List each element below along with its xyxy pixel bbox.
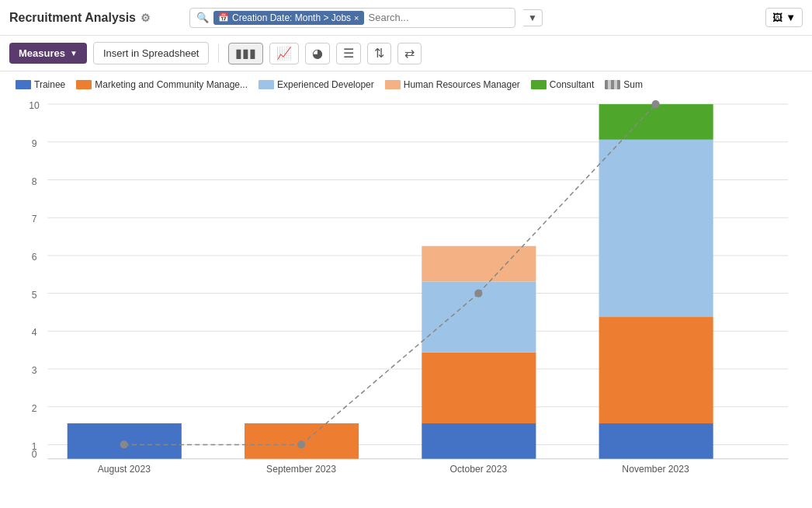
screenshot-icon: 🖼 [772,12,783,23]
header: Recruitment Analysis ⚙ 🔍 📅 Creation Date… [0,0,812,36]
gear-icon[interactable]: ⚙ [141,12,151,24]
legend-item-expdev: Experienced Developer [259,79,374,90]
bar-oct-trainee [422,423,536,459]
y-label-9: 9 [32,138,37,149]
sort-asc-button[interactable]: ⇅ [367,43,391,64]
sort-desc-icon: ⇄ [404,47,415,60]
legend-item-hr: Human Resources Manager [385,79,520,90]
x-label-aug: August 2023 [98,464,151,475]
page-title: Recruitment Analysis ⚙ [9,11,151,25]
legend-label-marketing: Marketing and Community Manage... [95,79,248,90]
y-label-0: 0 [32,449,37,460]
sum-dot-nov [652,100,660,108]
filter-tag-icon: 📅 [218,12,229,23]
title-text: Recruitment Analysis [9,11,136,25]
legend-label-trainee: Trainee [34,79,65,90]
legend-color-trainee [16,80,31,89]
bar-oct-marketing [422,353,536,423]
sort-asc-icon: ⇅ [374,47,384,60]
screenshot-button[interactable]: 🖼 ▼ [765,8,803,27]
line-chart-icon: 📈 [276,47,292,60]
filter-label: Creation Date: Month > Jobs [232,12,351,23]
legend-label-consultant: Consultant [550,79,594,90]
bar-nov-marketing [599,317,713,423]
y-label-2: 2 [32,403,37,414]
legend-label-hr: Human Resources Manager [404,79,520,90]
filter-close-icon[interactable]: × [354,13,359,23]
toolbar-separator [218,44,219,63]
measures-arrow-icon: ▼ [70,49,78,57]
legend-color-sum [605,80,620,89]
legend-item-trainee: Trainee [16,79,65,90]
y-label-3: 3 [32,365,37,376]
legend-color-marketing [76,80,92,89]
insert-spreadsheet-button[interactable]: Insert in Spreadsheet [93,42,210,64]
y-label-10: 10 [29,100,40,111]
y-label-6: 6 [32,252,37,263]
stacked-chart-icon: ☰ [343,47,354,60]
measures-label: Measures [19,47,65,59]
search-icon: 🔍 [196,12,209,23]
search-dropdown-arrow[interactable]: ▼ [523,9,543,26]
y-label-7: 7 [32,214,37,224]
pie-chart-icon: ◕ [312,47,323,60]
y-label-5: 5 [32,290,37,301]
sum-dot-aug [120,440,128,448]
bar-chart-button[interactable]: ▮▮▮ [228,43,263,64]
legend-color-hr [385,80,401,89]
legend-item-consultant: Consultant [531,79,594,90]
sum-dot-sep [297,440,305,448]
bar-chart-icon: ▮▮▮ [235,47,256,60]
y-label-4: 4 [32,327,37,338]
chart-svg-container: 10 9 8 7 6 5 4 3 2 1 0 [16,98,796,476]
sum-dot-oct [474,290,482,297]
search-bar: 🔍 📅 Creation Date: Month > Jobs × [189,8,515,28]
x-label-oct: October 2023 [450,464,508,475]
line-chart-button[interactable]: 📈 [269,43,299,64]
toolbar: Measures ▼ Insert in Spreadsheet ▮▮▮ 📈 ◕… [0,36,812,71]
bar-oct-hr [422,246,536,282]
bar-nov-consultant [599,104,713,140]
legend-item-marketing: Marketing and Community Manage... [76,79,248,90]
chart-area: Trainee Marketing and Community Manage..… [0,71,812,508]
filter-tag[interactable]: 📅 Creation Date: Month > Jobs × [213,11,364,25]
chart-svg: 10 9 8 7 6 5 4 3 2 1 0 [16,98,796,476]
pie-chart-button[interactable]: ◕ [305,43,330,64]
measures-button[interactable]: Measures ▼ [9,43,87,64]
screenshot-arrow: ▼ [786,12,796,23]
chart-legend: Trainee Marketing and Community Manage..… [16,79,796,90]
search-input[interactable] [369,12,508,23]
x-label-nov: November 2023 [622,464,689,475]
insert-label: Insert in Spreadsheet [103,47,200,59]
stacked-chart-button[interactable]: ☰ [336,43,361,64]
legend-label-expdev: Experienced Developer [277,79,374,90]
x-label-sep: September 2023 [266,464,336,475]
sort-desc-button[interactable]: ⇄ [397,43,422,64]
bar-nov-trainee [599,423,713,459]
legend-color-expdev [259,80,274,89]
bar-nov-expdev [599,140,713,317]
y-label-8: 8 [32,176,37,187]
legend-label-sum: Sum [623,79,643,90]
header-right: 🖼 ▼ [765,8,803,27]
legend-color-consultant [531,80,547,89]
legend-item-sum: Sum [605,79,643,90]
